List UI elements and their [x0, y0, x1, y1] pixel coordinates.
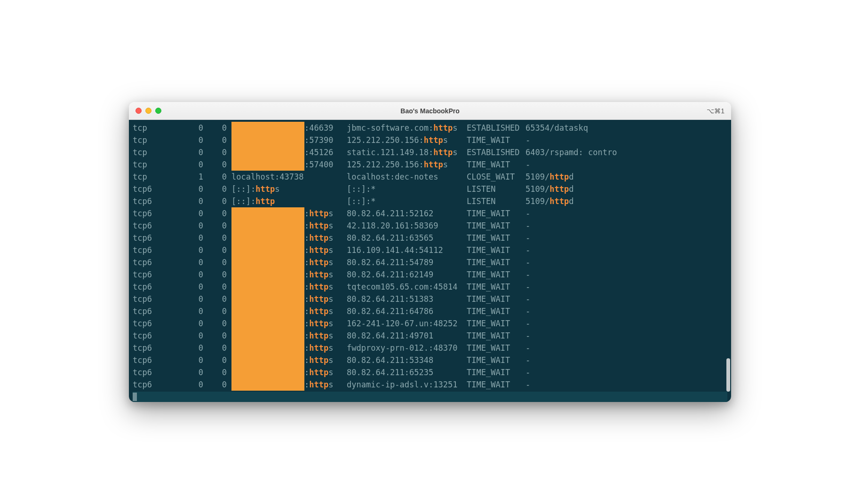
col-foreign: tqtecom105.65.com:45814: [347, 281, 467, 293]
col-local: :https: [227, 268, 347, 281]
col-send: 0: [213, 146, 227, 158]
redacted-block: [231, 354, 304, 366]
col-state: CLOSE_WAIT: [467, 171, 526, 183]
col-recv: 0: [180, 232, 213, 244]
col-recv: 0: [180, 195, 213, 207]
col-send: 0: [213, 134, 227, 146]
col-local: :https: [227, 378, 347, 391]
col-local: [::]:http: [227, 195, 347, 207]
col-send: 0: [213, 342, 227, 354]
col-state: ESTABLISHED: [467, 146, 526, 158]
redacted-block: [231, 146, 304, 158]
col-local: localhost:43738: [227, 171, 347, 183]
redacted-block: [231, 342, 304, 354]
col-send: 0: [213, 244, 227, 256]
col-recv: 0: [180, 256, 213, 268]
netstat-row: tcp600:https80.82.64.211:62149TIME_WAIT-: [133, 268, 727, 281]
col-pid: 65354/dataskq: [526, 122, 727, 134]
col-foreign: 80.82.64.211:65235: [347, 366, 467, 378]
col-state: TIME_WAIT: [467, 305, 526, 317]
col-pid: -: [526, 330, 727, 342]
redacted-block: [231, 122, 304, 134]
col-proto: tcp6: [133, 195, 180, 207]
close-icon[interactable]: [135, 108, 142, 114]
col-send: 0: [213, 183, 227, 195]
col-foreign: 125.212.250.156:https: [347, 134, 467, 146]
col-pid: -: [526, 244, 727, 256]
col-foreign: 80.82.64.211:53348: [347, 354, 467, 366]
col-local: :https: [227, 207, 347, 220]
col-state: TIME_WAIT: [467, 232, 526, 244]
col-foreign: 42.118.20.161:58369: [347, 220, 467, 232]
col-proto: tcp6: [133, 330, 180, 342]
col-recv: 0: [180, 378, 213, 391]
zoom-icon[interactable]: [155, 108, 161, 114]
col-recv: 0: [180, 220, 213, 232]
prompt-line[interactable]: [133, 392, 727, 402]
netstat-row: tcp600:https80.82.64.211:51383TIME_WAIT-: [133, 293, 727, 305]
col-pid: -: [526, 207, 727, 220]
col-pid: -: [526, 256, 727, 268]
scrollbar-thumb[interactable]: [726, 358, 730, 392]
terminal-window: Bao's MacbookPro ⌥⌘1 tcp00:46639jbmc-sof…: [129, 102, 731, 402]
terminal-body[interactable]: tcp00:46639jbmc-software.com:httpsESTABL…: [129, 120, 731, 402]
redacted-block: [231, 158, 304, 171]
redacted-block: [231, 330, 304, 342]
netstat-row: tcp600:httpsfwdproxy-prn-012.:48370TIME_…: [133, 342, 727, 354]
col-pid: -: [526, 366, 727, 378]
col-proto: tcp6: [133, 244, 180, 256]
titlebar[interactable]: Bao's MacbookPro ⌥⌘1: [129, 102, 731, 120]
col-state: TIME_WAIT: [467, 256, 526, 268]
col-pid: -: [526, 378, 727, 391]
col-pid: -: [526, 220, 727, 232]
col-recv: 1: [180, 171, 213, 183]
col-foreign: jbmc-software.com:https: [347, 122, 467, 134]
netstat-row: tcp600:httpsdynamic-ip-adsl.v:13251TIME_…: [133, 378, 727, 391]
netstat-row: tcp600[::]:http[::]:*LISTEN5109/httpd: [133, 195, 727, 207]
col-foreign: fwdproxy-prn-012.:48370: [347, 342, 467, 354]
col-foreign: 80.82.64.211:63565: [347, 232, 467, 244]
scrollbar-track[interactable]: [726, 122, 730, 400]
col-recv: 0: [180, 354, 213, 366]
col-send: 0: [213, 220, 227, 232]
col-proto: tcp6: [133, 342, 180, 354]
col-state: TIME_WAIT: [467, 342, 526, 354]
col-send: 0: [213, 293, 227, 305]
netstat-row: tcp00:57400125.212.250.156:httpsTIME_WAI…: [133, 158, 727, 171]
col-local: :https: [227, 220, 347, 232]
col-recv: 0: [180, 158, 213, 171]
redacted-block: [231, 293, 304, 305]
col-foreign: localhost:dec-notes: [347, 171, 467, 183]
col-foreign: 80.82.64.211:64786: [347, 305, 467, 317]
col-proto: tcp6: [133, 220, 180, 232]
col-send: 0: [213, 378, 227, 391]
col-send: 0: [213, 122, 227, 134]
netstat-row: tcp600:https80.82.64.211:64786TIME_WAIT-: [133, 305, 727, 317]
netstat-row: tcp600:httpstqtecom105.65.com:45814TIME_…: [133, 281, 727, 293]
col-proto: tcp6: [133, 268, 180, 281]
cursor-icon: [133, 393, 137, 401]
col-send: 0: [213, 366, 227, 378]
col-foreign: 80.82.64.211:52162: [347, 207, 467, 220]
col-state: TIME_WAIT: [467, 317, 526, 330]
col-pid: -: [526, 232, 727, 244]
col-recv: 0: [180, 317, 213, 330]
traffic-lights: [135, 108, 161, 114]
netstat-row: tcp600:https162-241-120-67.un:48252TIME_…: [133, 317, 727, 330]
col-state: TIME_WAIT: [467, 378, 526, 391]
col-proto: tcp6: [133, 378, 180, 391]
col-proto: tcp6: [133, 256, 180, 268]
netstat-row: tcp600:https42.118.20.161:58369TIME_WAIT…: [133, 220, 727, 232]
col-local: :https: [227, 305, 347, 317]
col-local: :https: [227, 232, 347, 244]
redacted-block: [231, 244, 304, 256]
redacted-block: [231, 281, 304, 293]
minimize-icon[interactable]: [145, 108, 151, 114]
col-local: :https: [227, 256, 347, 268]
netstat-row: tcp00:46639jbmc-software.com:httpsESTABL…: [133, 122, 727, 134]
col-local: :https: [227, 354, 347, 366]
redacted-block: [231, 268, 304, 281]
col-send: 0: [213, 354, 227, 366]
col-foreign: 80.82.64.211:51383: [347, 293, 467, 305]
col-send: 0: [213, 158, 227, 171]
